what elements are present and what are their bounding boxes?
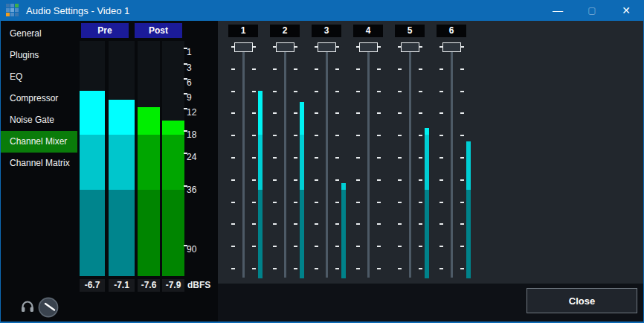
channel-tick-right-2	[294, 268, 297, 269]
channel-tick-left-5	[398, 91, 402, 92]
channel-fader-track-1[interactable]	[242, 46, 245, 278]
channel-fader-track-5[interactable]	[409, 46, 411, 278]
channel-meter-1-zone-1	[258, 91, 263, 135]
channel-tick-left-3	[315, 68, 318, 70]
channel-tick-left-4	[356, 135, 360, 136]
sidebar-item-channel-mixer[interactable]: Channel Mixer	[1, 131, 77, 153]
sidebar-item-compressor[interactable]: Compressor	[1, 88, 77, 109]
channel-tick-right-3	[335, 46, 339, 48]
scale-tick-label-90: 90	[187, 243, 196, 255]
channel-tick-left-3	[315, 246, 318, 247]
channel-tick-left-4	[356, 91, 360, 92]
channel-tick-right-3	[335, 112, 339, 114]
maximize-button: ▢	[575, 0, 609, 21]
channel-tick-right-4	[377, 202, 381, 203]
channel-tick-left-6	[439, 112, 443, 114]
headphones-icon[interactable]	[20, 298, 35, 313]
channel-fader-handle-4[interactable]	[359, 42, 378, 52]
channel-fader-track-6[interactable]	[451, 46, 453, 278]
channel-tick-right-4	[377, 68, 381, 70]
channel-fader-handle-3[interactable]	[318, 42, 336, 52]
meter-bar-post-2-zone-2	[162, 135, 184, 190]
channel-tick-left-2	[273, 135, 277, 136]
channel-tick-left-2	[273, 246, 277, 247]
channel-tick-left-6	[439, 202, 443, 203]
titlebar[interactable]: Audio Settings - Video 1 — ▢ ✕	[1, 0, 643, 21]
scale-tick-label-9: 9	[187, 92, 192, 103]
channel-tick-right-6	[460, 91, 464, 92]
channel-tick-right-3	[335, 135, 339, 136]
channel-tick-right-2	[294, 46, 297, 48]
channel-tick-right-1	[252, 223, 256, 225]
channel-header-6: 6	[437, 25, 466, 37]
meter-readout-post-1: -7.6	[138, 279, 160, 292]
channel-fader-track-2[interactable]	[284, 46, 286, 278]
channel-tick-left-6	[439, 246, 443, 247]
close-window-button[interactable]: ✕	[609, 0, 643, 21]
channel-tick-left-2	[273, 223, 277, 225]
channel-tick-right-6	[460, 202, 464, 203]
channel-tick-right-5	[419, 112, 422, 114]
meter-bar-pre-2-zone-1	[109, 100, 135, 135]
channel-tick-left-5	[398, 179, 402, 181]
channel-fader-handle-6[interactable]	[442, 42, 461, 52]
sidebar-item-plugins[interactable]: Plugins	[1, 45, 77, 66]
channel-header-5: 5	[395, 25, 425, 37]
channel-fader-handle-2[interactable]	[276, 42, 294, 52]
channel-meter-1-zone-2	[258, 135, 263, 190]
scale-tick-label-1: 1	[187, 46, 192, 58]
app-icon-square	[10, 13, 14, 16]
close-button[interactable]: Close	[527, 288, 637, 313]
app-icon-square	[10, 8, 14, 12]
channel-tick-right-6	[460, 46, 464, 48]
channel-fader-track-4[interactable]	[367, 46, 370, 278]
channel-tick-left-6	[439, 135, 443, 136]
channel-header-2: 2	[270, 25, 300, 37]
scale-tick-label-12: 12	[187, 106, 196, 118]
channel-tick-right-4	[377, 157, 381, 159]
channel-tick-right-6	[460, 268, 464, 269]
channel-tick-right-2	[294, 91, 297, 92]
channel-tick-left-4	[356, 223, 360, 225]
channel-tick-right-2	[294, 135, 297, 136]
window-controls: — ▢ ✕	[541, 0, 643, 21]
app-icon-square	[15, 4, 19, 7]
channel-tick-left-2	[273, 157, 277, 159]
scale-tick-label-18: 18	[187, 129, 196, 141]
meter-readout-post-2: -7.9	[162, 279, 184, 292]
channel-tick-left-5	[398, 202, 402, 203]
sidebar-item-general[interactable]: General	[1, 23, 77, 45]
channel-tick-right-3	[335, 202, 339, 203]
meter-readout-pre-2: -7.1	[109, 279, 135, 292]
channel-tick-right-4	[377, 91, 381, 92]
sidebar-item-eq[interactable]: EQ	[1, 66, 77, 88]
channel-tick-right-4	[377, 223, 381, 225]
channel-tick-left-1	[231, 179, 235, 181]
channel-tick-right-4	[377, 112, 381, 114]
app-icon	[6, 4, 19, 17]
channel-tick-right-1	[252, 91, 256, 92]
channel-tick-left-1	[231, 157, 235, 159]
channel-tick-left-3	[315, 223, 318, 225]
channel-fader-handle-1[interactable]	[234, 42, 253, 52]
channel-tick-right-5	[419, 268, 422, 269]
channel-tick-left-3	[315, 157, 318, 159]
channel-tick-left-5	[398, 68, 402, 70]
channel-header-1: 1	[228, 25, 258, 37]
channel-tick-right-6	[460, 179, 464, 181]
channel-fader-track-3[interactable]	[326, 46, 328, 278]
channel-tick-left-2	[273, 68, 277, 70]
channel-tick-right-3	[335, 91, 339, 92]
headphone-volume-knob[interactable]	[38, 297, 59, 318]
channel-tick-left-4	[356, 268, 360, 269]
app-icon-square	[10, 4, 14, 7]
channel-fader-handle-5[interactable]	[401, 42, 419, 52]
meter-bar-post-2-zone-3	[162, 190, 184, 276]
sidebar-item-noise-gate[interactable]: Noise Gate	[1, 109, 77, 131]
minimize-button[interactable]: —	[541, 0, 575, 21]
channel-tick-right-5	[419, 46, 422, 48]
sidebar-item-channel-matrix[interactable]: Channel Matrix	[1, 153, 77, 174]
channel-tick-left-1	[231, 68, 235, 70]
channel-tick-left-5	[398, 268, 402, 269]
channel-meter-5-zone-3	[425, 190, 429, 278]
